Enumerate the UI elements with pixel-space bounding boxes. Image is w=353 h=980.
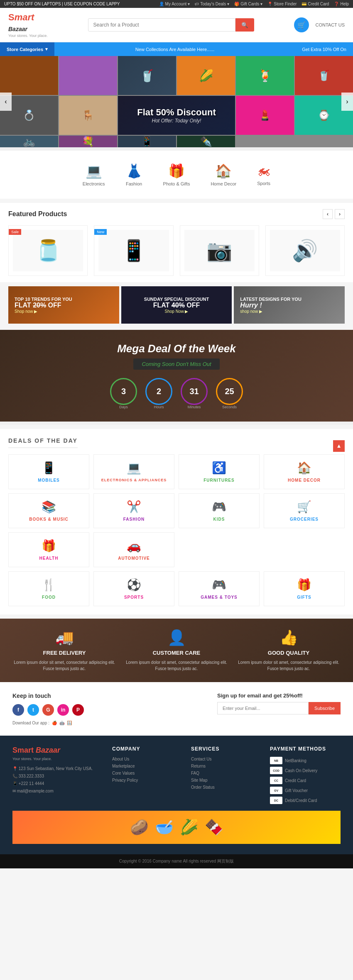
payment-voucher: GV Gift Voucher bbox=[270, 787, 341, 794]
category-fashion[interactable]: 👗 Fashion bbox=[115, 159, 153, 190]
chevron-down-icon: ▾ bbox=[45, 46, 48, 52]
quality-icon: 👍 bbox=[279, 629, 298, 646]
product-card-3[interactable]: 📷 bbox=[180, 225, 259, 276]
product-card-4[interactable]: 🔊 bbox=[265, 225, 345, 276]
subscribe-button[interactable]: Subscribe bbox=[309, 702, 341, 714]
hours-number: 2 bbox=[157, 387, 161, 396]
instagram-button[interactable]: in bbox=[57, 704, 69, 716]
contact-button[interactable]: CONTACT US bbox=[315, 22, 345, 27]
store-categories-menu[interactable]: Store Categories ▾ bbox=[0, 42, 54, 56]
deal-groceries[interactable]: 🛒 GROCERIES bbox=[264, 493, 345, 528]
about-us-link[interactable]: About Us bbox=[112, 757, 183, 761]
deals-title: DEALS OF THE DAY bbox=[8, 437, 78, 448]
deal-furnitures[interactable]: ♿ FURNITURES bbox=[179, 454, 260, 489]
nav-marquee: New Collections Are Available Here...... bbox=[54, 43, 295, 56]
seconds-circle: 25 bbox=[216, 378, 243, 405]
privacy-policy-link[interactable]: Privacy Policy bbox=[112, 778, 183, 783]
contact-us-link[interactable]: Contact Us bbox=[191, 757, 262, 761]
hero-tile-4: 🌽 bbox=[177, 56, 235, 95]
gift-cards-link[interactable]: 🎁 Gift Cards ▾ bbox=[234, 2, 262, 6]
delivery-icon: 🚚 bbox=[55, 629, 74, 646]
logo[interactable]: Smart Bazaar Your stores. Your place. bbox=[8, 12, 48, 38]
store-finder-link[interactable]: 📍 Store Finder bbox=[267, 2, 297, 6]
deal-fashion[interactable]: ✂️ FASHION bbox=[93, 493, 174, 528]
returns-link[interactable]: Returns bbox=[191, 764, 262, 768]
company-title: COMPANY bbox=[112, 746, 183, 752]
promo-banner-1[interactable]: TOP 10 TRENDS FOR YOU FLAT 20% OFF Shop … bbox=[8, 286, 119, 324]
search-input[interactable] bbox=[88, 18, 235, 32]
promo-shop-1[interactable]: Shop now ▶ bbox=[15, 309, 113, 314]
pinterest-button[interactable]: P bbox=[72, 704, 84, 716]
deal-electronics-appliances[interactable]: 💻 ELECTRONICS & APPLIANCES bbox=[93, 454, 174, 489]
scroll-top-button[interactable]: ▲ bbox=[333, 440, 345, 452]
books-icon: 📚 bbox=[42, 500, 56, 514]
deal-mobiles[interactable]: 📱 MOBILES bbox=[8, 454, 89, 489]
deal-home-decor[interactable]: 🏠 HOME DECOR bbox=[264, 454, 345, 489]
countdown-seconds: 25 Seconds bbox=[216, 378, 243, 409]
featured-next-button[interactable]: › bbox=[335, 209, 345, 219]
top-bar-actions: 👤 My Account ▾ 🏷 Today's Deals ▾ 🎁 Gift … bbox=[159, 2, 349, 6]
todays-deals-link[interactable]: 🏷 Today's Deals ▾ bbox=[195, 2, 229, 6]
deal-kids[interactable]: 🎮 KIDS bbox=[179, 493, 260, 528]
footer-address: 📍 123 Sun Sebastian, New York City USA. … bbox=[12, 765, 104, 795]
help-link[interactable]: ❓ Help bbox=[334, 2, 349, 6]
health-label: HEALTH bbox=[39, 556, 59, 561]
hero-tile-2 bbox=[59, 56, 117, 95]
deal-sports[interactable]: ⚽ SPORTS bbox=[93, 571, 174, 606]
deal-automotive[interactable]: 🚗 AUTOMOTIVE bbox=[93, 532, 174, 567]
promo-shop-2[interactable]: Shop Now ▶ bbox=[127, 309, 226, 314]
category-sports[interactable]: 🏍 Sports bbox=[247, 159, 281, 190]
faq-link[interactable]: FAQ bbox=[191, 771, 262, 775]
debit-icon: DC bbox=[270, 797, 282, 804]
search-button[interactable]: 🔍 bbox=[235, 18, 254, 32]
featured-nav: ‹ › bbox=[323, 209, 345, 219]
order-status-link[interactable]: Order Status bbox=[191, 785, 262, 790]
deal-games-toys[interactable]: 🎮 GAMES & TOYS bbox=[179, 571, 260, 606]
featured-header: Featured Products ‹ › bbox=[8, 209, 345, 219]
core-values-link[interactable]: Core Values bbox=[112, 771, 183, 775]
email-input[interactable] bbox=[217, 702, 309, 714]
kids-label: KIDS bbox=[213, 517, 225, 522]
promo-shop-3[interactable]: shop now ▶ bbox=[240, 309, 338, 314]
deals-section: DEALS OF THE DAY ▲ 📱 MOBILES 💻 ELECTRONI… bbox=[0, 429, 353, 614]
search-bar: 🔍 bbox=[88, 18, 254, 32]
promo-banner-3[interactable]: LATEST DESIGNS FOR YOU Hurry ! shop now … bbox=[234, 286, 345, 324]
twitter-button[interactable]: t bbox=[27, 704, 39, 716]
featured-title: Featured Products bbox=[8, 210, 67, 218]
product-badge-1: Sale bbox=[9, 229, 21, 235]
footer-bottom: Copyright © 2016 Company name All rights… bbox=[0, 854, 353, 868]
mega-deal-section: Mega Deal Of the Week Coming Soon Don't … bbox=[0, 330, 353, 422]
countdown-hours: 2 Hours bbox=[145, 378, 172, 409]
category-electronics[interactable]: 💻 Electronics bbox=[72, 159, 115, 190]
site-map-link[interactable]: Site Map bbox=[191, 778, 262, 783]
google-plus-button[interactable]: G bbox=[42, 704, 54, 716]
hero-discount: Flat 50% Discount bbox=[137, 107, 216, 118]
featured-prev-button[interactable]: ‹ bbox=[323, 209, 333, 219]
hero-tile-14: ✒️ bbox=[177, 136, 235, 147]
credit-card-link[interactable]: 💳 Credit Card bbox=[302, 2, 329, 6]
facebook-button[interactable]: f bbox=[12, 704, 24, 716]
payment-netbanking: NB NetBanking bbox=[270, 757, 341, 764]
hero-tile-11: 🚲 bbox=[0, 136, 58, 147]
category-photo-gifts[interactable]: 🎁 Photo & Gifts bbox=[153, 159, 201, 190]
deal-gifts[interactable]: 🎁 GIFTS bbox=[264, 571, 345, 606]
hero-next-button[interactable]: › bbox=[341, 93, 353, 111]
cart-button[interactable]: 🛒 bbox=[294, 17, 309, 32]
marketplace-link[interactable]: Marketplace bbox=[112, 764, 183, 768]
keep-in-touch-section: Keep in touch f t G in P Download Our ap… bbox=[0, 682, 353, 736]
automotive-label: AUTOMOTIVE bbox=[118, 556, 150, 561]
electronics-icon: 💻 bbox=[86, 163, 102, 179]
product-card-2[interactable]: New 📱 bbox=[94, 225, 173, 276]
promo-banner-2[interactable]: SUNDAY SPECIAL DISCOUNT FLAT 40% OFF Sho… bbox=[121, 286, 232, 324]
deal-food[interactable]: 🍴 FOOD bbox=[8, 571, 89, 606]
product-card-1[interactable]: Sale 🫙 bbox=[8, 225, 88, 276]
deal-health[interactable]: 🎁 HEALTH bbox=[8, 532, 89, 567]
customer-care-icon: 👤 bbox=[167, 629, 186, 646]
cod-icon: COD bbox=[270, 767, 282, 774]
deal-books-music[interactable]: 📚 BOOKS & MUSIC bbox=[8, 493, 89, 528]
customer-care-desc: Lorem ipsum dolor sit amet, consectetur … bbox=[125, 659, 228, 672]
hours-label: Hours bbox=[154, 405, 164, 409]
my-account-link[interactable]: 👤 My Account ▾ bbox=[159, 2, 190, 6]
category-home-decor[interactable]: 🏠 Home Decor bbox=[200, 159, 247, 190]
hero-prev-button[interactable]: ‹ bbox=[0, 93, 12, 111]
